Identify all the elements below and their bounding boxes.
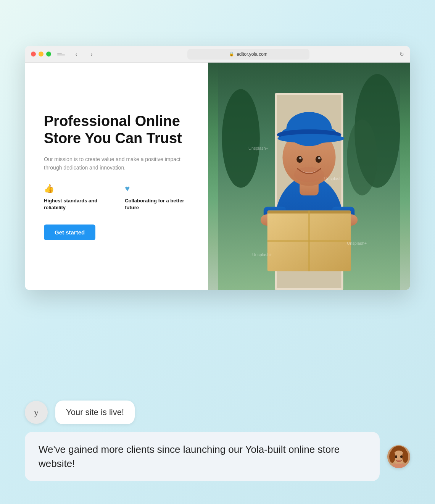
yola-avatar-letter: y bbox=[34, 407, 39, 418]
hero-title: Professional Online Store You Can Trust bbox=[44, 113, 189, 147]
fullscreen-button[interactable] bbox=[46, 52, 51, 57]
back-icon: ‹ bbox=[76, 51, 77, 57]
svg-text:Unsplash+: Unsplash+ bbox=[248, 146, 268, 150]
svg-point-23 bbox=[299, 157, 301, 159]
heart-icon: ♥ bbox=[125, 184, 189, 194]
browser-content: Professional Online Store You Can Trust … bbox=[25, 63, 410, 290]
hero-image-panel: Unsplash+ Unsplash+ Unsplash+ Unsplash+ bbox=[208, 63, 410, 290]
thumbsup-icon: 👍 bbox=[44, 184, 110, 194]
svg-text:Unsplash+: Unsplash+ bbox=[252, 252, 272, 257]
svg-point-33 bbox=[389, 451, 395, 463]
svg-point-21 bbox=[296, 156, 303, 163]
minimize-button[interactable] bbox=[39, 52, 44, 57]
chat-area: y Your site is live! We've gained more c… bbox=[25, 401, 410, 481]
user-avatar-image bbox=[387, 445, 410, 468]
yola-avatar: y bbox=[25, 401, 48, 424]
chat-row-2: We've gained more clients since launchin… bbox=[25, 432, 410, 481]
chat-bubble-1-text: Your site is live! bbox=[66, 407, 124, 417]
svg-point-35 bbox=[395, 455, 397, 458]
back-button[interactable]: ‹ bbox=[71, 49, 82, 60]
svg-point-24 bbox=[318, 157, 321, 159]
svg-point-25 bbox=[294, 167, 324, 182]
chat-bubble-2-text: We've gained more clients since launchin… bbox=[39, 444, 340, 469]
url-text: editor.yola.com bbox=[237, 52, 267, 57]
svg-point-3 bbox=[347, 120, 377, 195]
sidebar-toggle-icon[interactable] bbox=[56, 49, 66, 60]
chat-bubble-1: Your site is live! bbox=[55, 401, 135, 424]
delivery-person-image: Unsplash+ Unsplash+ Unsplash+ Unsplash+ bbox=[208, 63, 410, 290]
feature-1-label: Highest standards and reliability bbox=[44, 197, 110, 211]
browser-window: ‹ › 🔒 editor.yola.com ↻ Professional Onl… bbox=[25, 46, 410, 290]
svg-text:Unsplash+: Unsplash+ bbox=[347, 241, 367, 246]
get-started-button[interactable]: Get started bbox=[44, 225, 95, 240]
forward-icon: › bbox=[91, 51, 93, 57]
chat-row-1: y Your site is live! bbox=[25, 401, 410, 424]
address-bar[interactable]: 🔒 editor.yola.com bbox=[187, 49, 309, 60]
svg-point-1 bbox=[222, 89, 260, 188]
svg-text:Unsplash+: Unsplash+ bbox=[324, 176, 344, 181]
feature-2-label: Collaborating for a better future bbox=[125, 197, 189, 211]
browser-titlebar: ‹ › 🔒 editor.yola.com ↻ bbox=[25, 46, 410, 63]
left-panel: Professional Online Store You Can Trust … bbox=[25, 63, 208, 290]
hero-subtitle: Our mission is to create value and make … bbox=[44, 155, 189, 172]
forward-button[interactable]: › bbox=[86, 49, 97, 60]
svg-point-36 bbox=[400, 455, 403, 458]
features-row: 👍 Highest standards and reliability ♥ Co… bbox=[44, 184, 189, 211]
chat-bubble-2: We've gained more clients since launchin… bbox=[25, 432, 380, 481]
svg-point-37 bbox=[397, 460, 401, 462]
close-button[interactable] bbox=[31, 52, 36, 57]
user-avatar bbox=[387, 445, 410, 468]
reload-button[interactable]: ↻ bbox=[400, 51, 404, 57]
lock-icon: 🔒 bbox=[229, 52, 234, 57]
traffic-lights bbox=[31, 52, 51, 57]
svg-point-22 bbox=[316, 156, 322, 163]
feature-2: ♥ Collaborating for a better future bbox=[125, 184, 189, 211]
feature-1: 👍 Highest standards and reliability bbox=[44, 184, 110, 211]
svg-point-34 bbox=[402, 451, 408, 463]
svg-point-20 bbox=[278, 134, 345, 143]
